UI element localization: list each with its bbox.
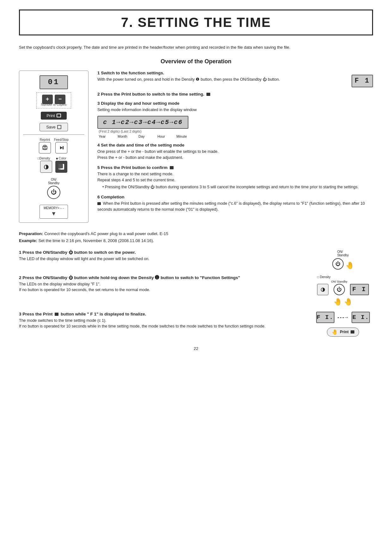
step3-title: 3 Display the day and hour setting mode [97, 101, 373, 106]
page-title: 7. SETTING THE TIME [26, 15, 366, 30]
print-icon-inline3 [55, 313, 58, 316]
step4: 4 Set the date and time of the setting m… [97, 143, 373, 161]
step2: 2 Press the Print button to switch to th… [97, 92, 373, 97]
day-label: Day [138, 134, 157, 138]
step1-body: With the power turned on, press and hold… [97, 77, 373, 87]
intro-paragraph: Set the copyboard's clock properly. The … [19, 44, 373, 51]
step2-standby-label: ON/ Standby [331, 280, 347, 283]
power-hand-row: ⏻ 🤚 [332, 258, 354, 270]
step3-display-row: F I. - - -→ E I. [316, 312, 370, 323]
step6-title: 6 Completion [97, 195, 373, 199]
bottom-step3: 3 Press the Print button while " F 1" is… [19, 312, 373, 337]
step4-line2: Press the + or - button and make the adj… [97, 155, 373, 161]
step3-f1-display: F I. [316, 312, 334, 323]
step6-body-text: When the Print button is pressed after s… [97, 201, 365, 212]
reprint-feedstop-row: Reprint Feed/Stop [39, 138, 69, 153]
step6: 6 Completion When the Print button is pr… [97, 195, 373, 213]
bottom-step1-body: The LED of the display window will light… [19, 256, 307, 262]
example-label: Example: [19, 238, 37, 243]
step1-title: 1 Switch to the function settings. [97, 71, 373, 75]
print-icon-sm [351, 330, 354, 334]
step6-body: When the Print button is pressed after s… [97, 201, 373, 213]
cx-sequence-text: c 1→c2→c3→c4→c5→c6 [103, 119, 183, 126]
reprint-icon [42, 145, 48, 151]
bottom-step3-title-suffix: button while " F 1" is displayed to fina… [61, 312, 146, 316]
prep-text: Connect the copyboard's AC power plug to… [44, 231, 168, 236]
arrow-dashes-icon: - - -→ [338, 315, 349, 320]
prep-line: Preparation: Connect the copyboard's AC … [19, 230, 373, 237]
step4-title: 4 Set the date and time of the setting m… [97, 143, 373, 147]
feedstop-group: Feed/Stop [54, 138, 69, 153]
bottom-step2-body2: If no button is operated for 10 seconds,… [19, 287, 307, 293]
bottom-step3-body2: If no button is operated for 10 seconds … [19, 323, 307, 329]
memory-box: MEMORY+←- ▼ [40, 205, 68, 219]
bottom-step2-image: □ Density ◑ ON/ Standby ⏻ F I 🤚 🤚 [313, 275, 373, 306]
color-icon [58, 163, 65, 170]
density-color-labels: □Density ■ Color [38, 157, 70, 160]
print-label: Print [46, 113, 55, 118]
feedstop-button[interactable] [55, 142, 67, 153]
save-icon [57, 125, 61, 129]
step3-c1-display: E I. [352, 312, 370, 323]
print-label-sm: Print [340, 330, 348, 334]
svg-rect-2 [44, 148, 46, 150]
density-color-row: ◑ [40, 161, 67, 173]
bottom-step1-title-text: 1 Press the ON/Standby ⏻ button to switc… [19, 250, 136, 255]
density-label: □Density [38, 157, 52, 160]
hand-icon: 🤚 [346, 261, 354, 270]
step2-standby-group: ON/ Standby ⏻ [331, 280, 347, 295]
bottom-step2-text: 2 Press the ON/Standby ⏻ button while ho… [19, 275, 307, 293]
density-color-area: □Density ■ Color ◑ [38, 157, 70, 173]
cx-display: c 1→c2→c3→c4→c5→c6 [97, 116, 188, 129]
page-number: 22 [19, 346, 373, 351]
step6-print-icon [97, 202, 101, 205]
power-button[interactable]: ⏻ [47, 186, 60, 199]
bottom-step3-body: The mode switches to the time setting mo… [19, 318, 307, 330]
feedstop-icon [58, 145, 64, 151]
print-button[interactable]: Print [41, 112, 67, 120]
step1-body-text: With the power turned on, press and hold… [97, 77, 352, 83]
bottom-step2: 2 Press the ON/Standby ⏻ button while ho… [19, 275, 373, 306]
bottom-step1: 1 Press the ON/Standby ⏻ button to switc… [19, 250, 373, 270]
print-icon [57, 114, 61, 117]
print-icon-inline [206, 93, 210, 96]
step2-density-btn[interactable]: ◑ [317, 284, 328, 295]
print-icon-inline2 [170, 166, 174, 169]
bottom-step3-title-text: 3 Press the Print [19, 312, 54, 316]
hand-icon-3: 🤚 [344, 298, 352, 306]
step2-buttons-row: ◑ ON/ Standby ⏻ F I [317, 280, 369, 295]
step4-line1: One press of the + or the - button will … [97, 149, 373, 155]
device-display: 01 [40, 75, 68, 89]
cx-labels-row: Year Month Day Hour Minute [97, 134, 195, 138]
month-label: Month [118, 134, 138, 138]
step5: 5 Press the Print button to confirm Ther… [97, 165, 373, 190]
step5-body: There is a change to the next setting mo… [97, 171, 373, 190]
bottom-step3-text: 3 Press the Print button while " F 1" is… [19, 312, 307, 330]
print-btn-small[interactable]: 🤚 Print [327, 327, 359, 337]
reprint-button[interactable] [39, 142, 51, 153]
copies-label: Number of Copies [41, 103, 67, 106]
year-label: Year [99, 134, 118, 138]
cx-display-container: c 1→c2→c3→c4→c5→c6 (First 2 digits) (Las… [97, 116, 373, 138]
small-device-step1: ON/Standby ⏻ 🤚 [332, 250, 354, 270]
density-button[interactable]: ◑ [40, 161, 52, 173]
standby-area: ON/Standby ⏻ [47, 178, 60, 199]
step2-title-text: 2 Press the Print button to switch to th… [97, 92, 204, 97]
save-button[interactable]: Save [40, 123, 68, 131]
bottom-step1-text: 1 Press the ON/Standby ⏻ button to switc… [19, 250, 307, 262]
small-standby-label: ON/Standby [337, 250, 349, 257]
density-label-sm: □ Density [317, 275, 330, 279]
bottom-step1-title: 1 Press the ON/Standby ⏻ button to switc… [19, 250, 307, 255]
cx-sublabel: (First 2 digits) (Last 2 digits) [97, 129, 142, 133]
hour-label: Hour [157, 134, 176, 138]
step2-power-btn[interactable]: ⏻ [334, 284, 345, 295]
example-text: Set the time to 2:16 pm, November 8, 200… [38, 238, 154, 243]
small-power-btn[interactable]: ⏻ [332, 258, 344, 270]
step4-body: One press of the + or the - button will … [97, 149, 373, 161]
step1: 1 Switch to the function settings. With … [97, 71, 373, 87]
reprint-group: Reprint [39, 138, 51, 153]
f1-display: F 1 [352, 75, 373, 87]
bottom-step1-image: ON/Standby ⏻ 🤚 [313, 250, 373, 270]
bottom-step2-title-text: 2 Press the ON/Standby ⏻ button while ho… [19, 275, 240, 280]
color-button[interactable] [55, 161, 67, 173]
